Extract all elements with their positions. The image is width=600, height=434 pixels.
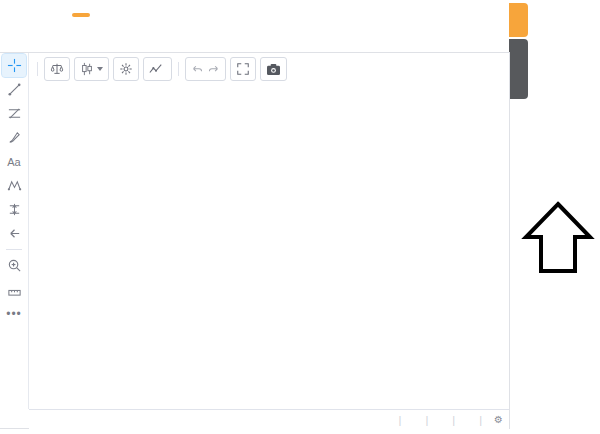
more-tools-button[interactable]: •••	[2, 302, 26, 325]
indicators-button[interactable]	[143, 57, 172, 81]
measure-position-tool-button[interactable]	[2, 198, 26, 221]
arrow-tool-button[interactable]	[2, 222, 26, 245]
crosshair-tool-button[interactable]	[2, 54, 26, 77]
chatroom-side-tab[interactable]	[509, 3, 528, 37]
chart-toolbar	[31, 57, 287, 81]
undo-icon	[191, 63, 204, 76]
tabs-divider	[0, 52, 510, 53]
trendline-tool-button[interactable]	[2, 78, 26, 101]
zoom-in-tool-button[interactable]	[2, 254, 26, 277]
chart-settings-button[interactable]	[113, 57, 139, 81]
broker-order-side-tab[interactable]	[509, 39, 528, 99]
place-order-button[interactable]	[72, 13, 90, 17]
chart-style-button[interactable]	[74, 57, 109, 81]
chart-canvas[interactable]	[28, 85, 510, 410]
up-arrow-annotation	[521, 201, 595, 279]
ruler-tool-button[interactable]	[2, 278, 26, 301]
toolbar-divider	[6, 249, 22, 250]
section-tabs	[0, 32, 510, 52]
fibonacci-tool-button[interactable]	[2, 102, 26, 125]
text-tool-button[interactable]: Aa	[2, 150, 26, 173]
brush-tool-button[interactable]	[2, 126, 26, 149]
header	[0, 0, 90, 30]
drawing-toolbar: Aa •••	[0, 53, 29, 409]
axis-settings-gear-icon[interactable]: ⚙	[488, 414, 509, 425]
chart-bottom-bar: | | | | ⚙	[29, 409, 509, 429]
pattern-tool-button[interactable]	[2, 174, 26, 197]
undo-redo-buttons[interactable]	[185, 57, 226, 81]
fullscreen-button[interactable]	[230, 57, 256, 81]
stock-chart-app: Aa •••	[0, 0, 600, 434]
chevron-down-icon	[97, 67, 103, 71]
snapshot-camera-button[interactable]	[260, 57, 287, 81]
redo-icon	[207, 63, 220, 76]
compare-button[interactable]	[44, 57, 70, 81]
